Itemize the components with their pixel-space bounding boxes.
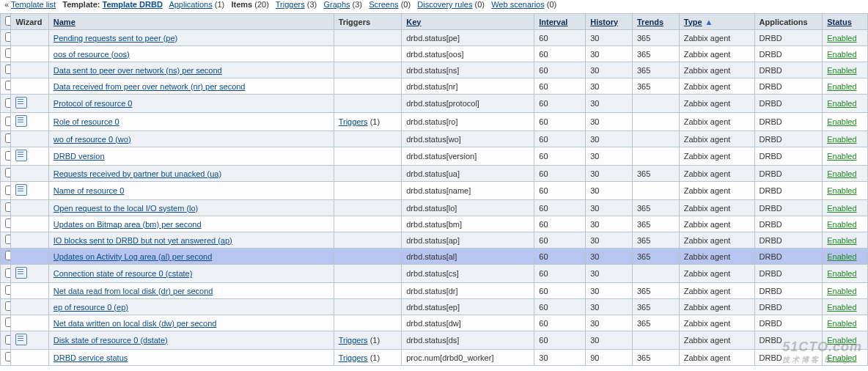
status-link[interactable]: Enabled bbox=[827, 66, 856, 75]
wizard-icon[interactable] bbox=[15, 184, 27, 196]
row-checkbox[interactable] bbox=[5, 133, 11, 143]
row-checkbox-cell[interactable] bbox=[1, 182, 11, 200]
row-checkbox-cell[interactable] bbox=[1, 46, 11, 62]
breadcrumb-template-name[interactable]: Template DRBD bbox=[103, 0, 163, 9]
breadcrumb-applications[interactable]: Applications bbox=[169, 0, 212, 9]
status-link[interactable]: Enabled bbox=[827, 204, 856, 213]
wizard-icon[interactable] bbox=[15, 334, 27, 345]
row-checkbox[interactable] bbox=[5, 98, 11, 108]
item-name-link[interactable]: Data sent to peer over network (ns) per … bbox=[54, 66, 222, 75]
wizard-icon[interactable] bbox=[15, 115, 27, 127]
status-link[interactable]: Enabled bbox=[827, 50, 856, 59]
breadcrumb-web[interactable]: Web scenarios bbox=[491, 0, 545, 9]
header-type[interactable]: Type bbox=[684, 18, 702, 26]
item-name-link[interactable]: Net data read from local disk (dr) per s… bbox=[54, 287, 213, 295]
row-checkbox[interactable] bbox=[5, 268, 11, 278]
wizard-icon[interactable] bbox=[15, 97, 27, 109]
item-name-link[interactable]: Net data written on local disk (dw) per … bbox=[54, 319, 217, 328]
row-checkbox-cell[interactable] bbox=[1, 216, 11, 232]
item-name-link[interactable]: DRBD service status bbox=[54, 353, 128, 362]
row-checkbox-cell[interactable] bbox=[1, 232, 11, 249]
header-history[interactable]: History bbox=[590, 18, 618, 26]
status-link[interactable]: Enabled bbox=[827, 186, 856, 195]
row-checkbox-cell[interactable] bbox=[1, 265, 11, 283]
header-key[interactable]: Key bbox=[406, 18, 421, 26]
item-name-link[interactable]: Pending requests sent to peer (pe) bbox=[54, 34, 177, 43]
row-checkbox-cell[interactable] bbox=[1, 95, 11, 113]
row-checkbox[interactable] bbox=[5, 352, 11, 361]
row-checkbox-cell[interactable] bbox=[1, 147, 11, 166]
row-checkbox-cell[interactable] bbox=[1, 30, 11, 46]
row-checkbox[interactable] bbox=[5, 117, 11, 126]
breadcrumb-triggers[interactable]: Triggers bbox=[276, 0, 305, 9]
row-checkbox[interactable] bbox=[5, 335, 11, 345]
row-checkbox-cell[interactable] bbox=[1, 78, 11, 95]
item-name-link[interactable]: Updates on Bitmap area (bm) per second bbox=[54, 220, 202, 229]
header-trends[interactable]: Trends bbox=[637, 18, 663, 26]
row-checkbox-cell[interactable] bbox=[1, 166, 11, 182]
row-checkbox[interactable] bbox=[5, 251, 11, 260]
status-link[interactable]: Enabled bbox=[827, 269, 856, 278]
status-link[interactable]: Enabled bbox=[827, 152, 856, 161]
triggers-link[interactable]: Triggers bbox=[339, 117, 368, 126]
row-checkbox-cell[interactable] bbox=[1, 331, 11, 350]
row-checkbox-cell[interactable] bbox=[1, 62, 11, 78]
row-checkbox-cell[interactable] bbox=[1, 299, 11, 315]
row-checkbox[interactable] bbox=[5, 285, 11, 295]
item-name-link[interactable]: Protocol of resource 0 bbox=[54, 99, 133, 108]
row-checkbox-cell[interactable] bbox=[1, 283, 11, 299]
item-name-link[interactable]: IO blocks sent to DRBD but not yet answe… bbox=[54, 236, 232, 245]
item-name-link[interactable]: Updates on Activity Log area (al) per se… bbox=[54, 252, 212, 261]
status-link[interactable]: Enabled bbox=[827, 34, 856, 43]
item-name-link[interactable]: ep of resource 0 (ep) bbox=[54, 303, 128, 312]
wizard-icon[interactable] bbox=[15, 150, 27, 161]
status-link[interactable]: Enabled bbox=[827, 303, 856, 312]
status-link[interactable]: Enabled bbox=[827, 82, 856, 91]
status-link[interactable]: Enabled bbox=[827, 117, 856, 126]
row-checkbox-cell[interactable] bbox=[1, 315, 11, 331]
select-all-checkbox[interactable] bbox=[5, 16, 11, 26]
row-checkbox[interactable] bbox=[5, 48, 11, 58]
item-name-link[interactable]: oos of resource (oos) bbox=[54, 50, 130, 59]
breadcrumb-discovery[interactable]: Discovery rules bbox=[417, 0, 472, 9]
row-checkbox-cell[interactable] bbox=[1, 200, 11, 216]
row-checkbox[interactable] bbox=[5, 218, 11, 228]
triggers-link[interactable]: Triggers bbox=[339, 353, 368, 362]
row-checkbox[interactable] bbox=[5, 317, 11, 327]
header-checkbox[interactable] bbox=[1, 14, 11, 30]
row-checkbox[interactable] bbox=[5, 65, 11, 74]
status-link[interactable]: Enabled bbox=[827, 220, 856, 229]
item-name-link[interactable]: Name of resource 0 bbox=[54, 186, 125, 195]
row-checkbox-cell[interactable] bbox=[1, 113, 11, 131]
status-link[interactable]: Enabled bbox=[827, 287, 856, 295]
item-name-link[interactable]: Connection state of resource 0 (cstate) bbox=[54, 269, 193, 278]
row-checkbox[interactable] bbox=[5, 168, 11, 177]
row-checkbox[interactable] bbox=[5, 202, 11, 212]
row-checkbox[interactable] bbox=[5, 32, 11, 42]
item-name-link[interactable]: Open request to the local I/O system (lo… bbox=[54, 204, 198, 213]
item-name-link[interactable]: Disk state of resource 0 (dstate) bbox=[54, 336, 168, 345]
row-checkbox[interactable] bbox=[5, 235, 11, 244]
header-interval[interactable]: Interval bbox=[539, 18, 567, 26]
breadcrumb-template-list[interactable]: Template list bbox=[11, 0, 56, 9]
header-name[interactable]: Name bbox=[54, 18, 76, 26]
row-checkbox-cell[interactable] bbox=[1, 249, 11, 265]
status-link[interactable]: Enabled bbox=[827, 252, 856, 261]
breadcrumb-screens[interactable]: Screens bbox=[369, 0, 398, 9]
status-link[interactable]: Enabled bbox=[827, 319, 856, 328]
triggers-link[interactable]: Triggers bbox=[339, 336, 368, 345]
status-link[interactable]: Enabled bbox=[827, 99, 856, 108]
breadcrumb-graphs[interactable]: Graphs bbox=[323, 0, 350, 9]
row-checkbox-cell[interactable] bbox=[1, 350, 11, 366]
header-status[interactable]: Status bbox=[827, 18, 852, 26]
item-name-link[interactable]: Role of resource 0 bbox=[54, 117, 119, 126]
item-name-link[interactable]: Data received from peer over network (nr… bbox=[54, 82, 246, 91]
item-name-link[interactable]: wo of resource 0 (wo) bbox=[54, 135, 131, 144]
row-checkbox[interactable] bbox=[5, 151, 11, 161]
item-name-link[interactable]: Requests received by partner but unacked… bbox=[54, 169, 221, 178]
wizard-icon[interactable] bbox=[15, 267, 27, 279]
status-link[interactable]: Enabled bbox=[827, 236, 856, 245]
status-link[interactable]: Enabled bbox=[827, 169, 856, 178]
row-checkbox[interactable] bbox=[5, 186, 11, 195]
item-name-link[interactable]: DRBD version bbox=[54, 152, 105, 161]
